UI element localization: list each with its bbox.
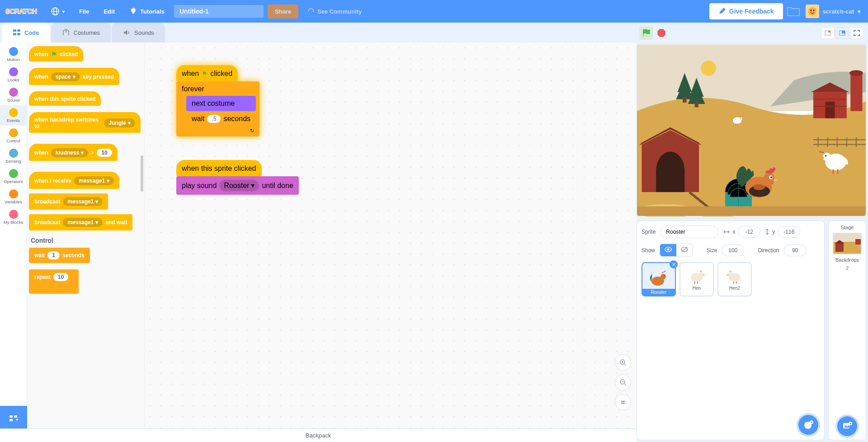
svg-line-22 [624,364,626,366]
svg-rect-15 [17,33,20,35]
script-stack-1[interactable]: when⚑clicked forever next costume wait.5… [176,65,259,136]
stage-selector-panel: Stage Backdrops 2 + [828,221,866,440]
share-button[interactable]: Share [268,5,298,19]
category-events[interactable]: Events [0,105,27,126]
show-sprite-button[interactable] [660,244,676,256]
stage[interactable] [637,43,866,217]
stop-button[interactable] [655,26,668,40]
block-broadcast[interactable]: broadcastmessage1 ▾ [29,193,141,210]
svg-line-26 [624,384,626,386]
block-when-backdrop-switches[interactable]: when backdrop switches toJungle ▾ [29,112,141,133]
svg-line-7 [130,9,131,9]
image-plus-icon: + [842,421,852,431]
svg-text:+: + [849,422,852,426]
svg-rect-48 [850,73,862,111]
stage-large-button[interactable] [835,27,849,39]
zoom-reset-button[interactable] [615,394,631,410]
tutorials-button[interactable]: Tutorials [124,4,170,19]
stage-thumbnail[interactable] [833,233,862,254]
svg-line-65 [705,204,706,206]
zoom-in-button[interactable] [615,354,631,371]
svg-rect-114 [855,239,861,245]
scratch-logo[interactable]: SCRATCH [5,5,42,18]
zoom-out-button[interactable] [615,374,631,390]
hide-sprite-button[interactable] [676,244,693,256]
svg-text:SCRATCH: SCRATCH [5,8,37,15]
svg-line-8 [136,9,137,9]
palette-scrollbar[interactable] [141,155,143,192]
folder-icon[interactable] [787,6,800,17]
block-when-receive[interactable]: when I receivemessage1 ▾ [29,172,141,189]
category-operators[interactable]: Operators [0,166,27,187]
project-title-input[interactable] [174,5,264,18]
svg-line-63 [695,197,697,198]
script-stack-2[interactable]: when this sprite clicked play soundRoost… [176,160,299,195]
section-title-control: Control [31,237,141,244]
block-when-sprite-clicked[interactable]: when this sprite clicked [29,91,141,106]
add-sprite-button[interactable]: + [798,415,818,435]
tab-sounds[interactable]: Sounds [112,23,165,42]
arrow-vertical-icon [765,229,769,235]
cat-plus-icon: + [803,419,814,430]
svg-marker-104 [726,274,728,276]
language-menu[interactable]: ▾ [45,3,70,19]
delete-sprite-button[interactable]: ✕ [670,260,678,268]
block-broadcast-wait[interactable]: broadcastmessage1 ▾and wait [29,214,141,230]
add-backdrop-button[interactable]: + [837,416,857,436]
category-my-blocks[interactable]: My Blocks [0,207,27,227]
svg-point-95 [660,274,666,279]
add-extension-button[interactable]: + [0,406,27,428]
tab-code[interactable]: Code [2,23,50,42]
backpack-panel[interactable]: Backpack [0,428,637,442]
sprite-name-input[interactable] [660,226,719,238]
green-flag-button[interactable] [639,26,653,40]
svg-rect-32 [828,31,830,33]
sprite-card-hen[interactable]: Hen [679,262,714,296]
category-sound[interactable]: Sound [0,85,27,105]
category-looks[interactable]: Looks [0,65,27,85]
give-feedback-button[interactable]: Give Feedback [709,3,783,19]
svg-rect-17 [9,415,13,418]
file-menu[interactable]: File [74,5,94,19]
svg-point-91 [667,249,670,251]
svg-point-49 [849,70,863,76]
user-menu[interactable]: scratch-cat ▾ [804,3,863,20]
svg-rect-19 [9,419,13,421]
category-sensing[interactable]: Sensing [0,146,27,166]
svg-rect-60 [656,171,684,192]
block-when-loudness[interactable]: whenloudness ▾>10 [29,144,141,161]
sprite-y-input[interactable]: -116 [778,226,800,238]
svg-line-62 [690,193,692,194]
sprite-card-hen2[interactable]: Hen2 [717,262,752,296]
svg-point-70 [739,117,742,120]
block-repeat[interactable]: repeat10 [29,269,141,294]
stage-canvas [637,44,866,216]
block-palette[interactable]: when⚑clicked whenspace ▾key pressed when… [27,42,145,428]
sprite-direction-input[interactable]: 90 [784,245,807,256]
edit-menu[interactable]: Edit [98,5,120,19]
stage-small-button[interactable] [821,27,835,39]
sprite-label: Sprite [642,229,656,235]
svg-marker-30 [658,29,665,37]
see-community-link[interactable]: See Community [302,4,367,19]
svg-point-4 [131,8,136,13]
script-workspace[interactable]: when⚑clicked forever next costume wait.5… [145,42,637,428]
category-control[interactable]: Control [0,126,27,146]
sprite-size-input[interactable]: 100 [722,245,744,256]
block-wait[interactable]: wait1seconds [29,248,141,263]
block-when-flag-clicked[interactable]: when⚑clicked [29,46,141,61]
category-motion[interactable]: Motion [0,44,27,65]
flag-icon [642,28,651,38]
costumes-icon [62,28,70,37]
chevron-down-icon: ▾ [858,8,861,15]
plus-icon [619,359,627,366]
svg-rect-89 [637,207,866,216]
category-variables[interactable]: Variables [0,187,27,207]
block-when-key-pressed[interactable]: whenspace ▾key pressed [29,68,141,85]
svg-point-72 [741,118,741,119]
stage-fullscreen-button[interactable] [850,27,863,39]
menubar: SCRATCH ▾ File Edit Tutorials Share See … [0,0,868,23]
sprite-card-rooster[interactable]: ✕ Rooster [642,262,676,296]
sprite-x-input[interactable]: -12 [738,226,760,238]
tab-costumes[interactable]: Costumes [51,23,111,42]
